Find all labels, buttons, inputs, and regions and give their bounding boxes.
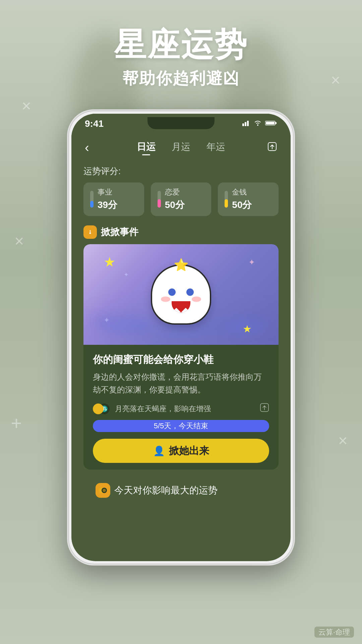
phone-vol-up-button	[67, 187, 69, 214]
phone-frame: 9:41	[67, 109, 295, 566]
score-title: 运势评分:	[83, 165, 279, 177]
event-share-icon[interactable]	[260, 403, 269, 415]
money-value: 50分	[232, 199, 252, 211]
moon-icon-pair: ♏	[93, 404, 112, 414]
event-headline: 你的闺蜜可能会给你穿小鞋	[93, 353, 269, 367]
event-image: ★ ★ ✦ ✦ ✦ ⭐	[83, 244, 279, 345]
status-icons	[242, 119, 277, 128]
career-bar	[90, 191, 94, 208]
phone-power-button	[293, 177, 295, 204]
phone-notch	[147, 117, 215, 129]
sub-title: 帮助你趋利避凶	[0, 68, 362, 89]
ghost-body: ⭐	[151, 264, 211, 325]
money-score-info: 金钱 50分	[232, 187, 252, 211]
svg-point-11	[89, 232, 91, 234]
score-card-money: 金钱 50分	[218, 182, 279, 216]
phone-container: 9:41	[0, 109, 362, 566]
moon-tag: ♏ 月亮落在天蝎座，影响在增强	[93, 404, 211, 414]
action-button-label: 掀她出来	[169, 444, 209, 458]
bottom-section-icon	[96, 483, 110, 498]
ghost-character: ⭐	[151, 264, 211, 325]
event-section-icon	[83, 225, 97, 239]
phone-screen: 9:41	[71, 114, 291, 561]
love-bar	[158, 191, 161, 208]
love-score-info: 恋爱 50分	[165, 187, 185, 211]
sparkle-3: ✦	[104, 316, 110, 325]
event-section-title: 掀掀事件	[101, 226, 138, 238]
tab-yearly[interactable]: 年运	[206, 141, 225, 155]
event-description: 身边的人会对你撒谎，会用花言巧语将你推向万劫不复的深渊，你要提高警惕。	[93, 371, 269, 396]
love-bar-fill	[158, 199, 161, 208]
ghost-blush-right	[192, 297, 201, 302]
svg-rect-2	[247, 121, 249, 126]
career-label: 事业	[98, 187, 117, 197]
watermark: 云算·命理	[314, 627, 354, 637]
header-section: 星座运势 帮助你趋利避凶	[0, 0, 362, 89]
back-button[interactable]: ‹	[85, 141, 102, 155]
score-card-career: 事业 39分	[83, 182, 144, 216]
action-button-icon: 👤	[153, 445, 165, 457]
career-bar-fill	[90, 201, 94, 208]
event-footer: ♏ 月亮落在天蝎座，影响在增强	[93, 403, 269, 415]
event-content: 你的闺蜜可能会给你穿小鞋 身边的人会对你撒谎，会用花言巧语将你推向万劫不复的深渊…	[83, 345, 279, 470]
love-value: 50分	[165, 199, 185, 211]
main-title: 星座运势	[0, 27, 362, 62]
score-cards: 事业 39分 恋爱 50分	[83, 182, 279, 216]
svg-rect-7	[266, 122, 275, 124]
svg-point-16	[103, 489, 106, 492]
app-content: 运势评分: 事业 39分	[71, 159, 291, 512]
sparkle-2: ✦	[124, 271, 129, 278]
money-bar-fill	[225, 199, 228, 208]
share-button[interactable]	[260, 142, 277, 154]
love-label: 恋爱	[165, 187, 185, 197]
sparkle-1: ✦	[248, 258, 255, 267]
wifi-icon	[254, 119, 262, 128]
tab-daily[interactable]: 日运	[137, 141, 156, 155]
tab-monthly[interactable]: 月运	[172, 141, 190, 155]
action-button[interactable]: 👤 掀她出来	[93, 439, 269, 463]
event-card: ★ ★ ✦ ✦ ✦ ⭐	[83, 244, 279, 470]
battery-icon	[265, 119, 277, 128]
nav-bar: ‹ 日运 月运 年运	[71, 134, 291, 159]
career-value: 39分	[98, 199, 117, 211]
event-section-header: 掀掀事件	[83, 225, 279, 239]
moon-text: 月亮落在天蝎座，影响在增强	[115, 404, 211, 414]
score-section: 运势评分: 事业 39分	[83, 165, 279, 216]
ghost-eye-right	[186, 288, 194, 296]
ghost-eye-left	[168, 288, 176, 296]
progress-container: 5/5天，今天结束	[93, 420, 269, 432]
bottom-section: 今天对你影响最大的运势	[83, 476, 279, 504]
progress-text: 5/5天，今天结束	[154, 421, 208, 431]
bottom-section-label: 今天对你影响最大的运势	[114, 484, 218, 497]
moon-yellow	[93, 404, 104, 414]
career-score-info: 事业 39分	[98, 187, 117, 211]
phone-vol-down-button	[67, 221, 69, 248]
money-bar	[225, 191, 228, 208]
star-top-left: ★	[104, 254, 116, 270]
svg-rect-1	[245, 122, 246, 126]
signal-icon	[242, 119, 250, 128]
svg-rect-6	[275, 122, 277, 124]
ghost-mouth	[172, 301, 190, 313]
status-time: 9:41	[85, 118, 104, 129]
ghost-teeth	[172, 308, 190, 313]
ghost-blush-left	[161, 297, 170, 302]
nav-tabs: 日运 月运 年运	[137, 141, 225, 155]
score-card-love: 恋爱 50分	[151, 182, 212, 216]
phone-mute-button	[67, 164, 69, 181]
svg-rect-0	[242, 123, 244, 126]
svg-point-4	[257, 124, 258, 126]
ghost-crown: ⭐	[174, 259, 189, 271]
money-label: 金钱	[232, 187, 252, 197]
star-bottom-right: ★	[243, 323, 252, 335]
